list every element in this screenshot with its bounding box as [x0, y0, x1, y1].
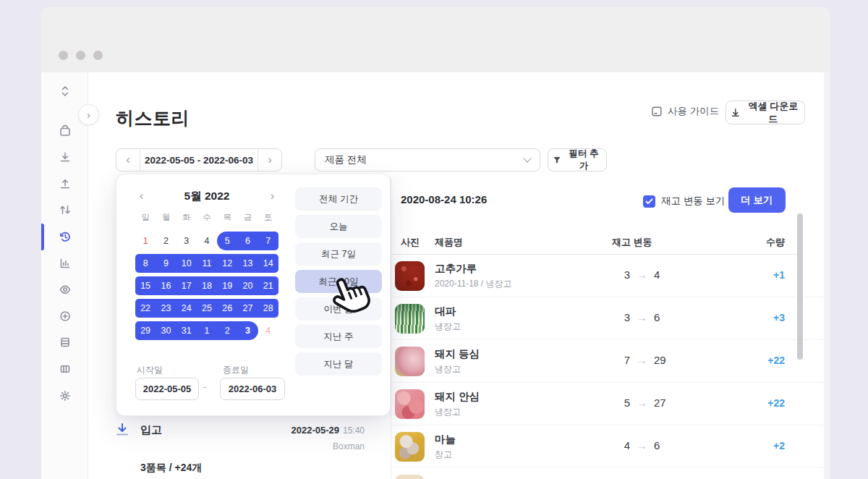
calendar-day[interactable]: 13 [237, 254, 258, 273]
calendar-day[interactable]: 9 [156, 254, 176, 273]
add-filter-button[interactable]: 필터 추가 [548, 148, 607, 171]
preset-button[interactable]: 최근 7일 [295, 242, 382, 266]
product-name: 돼지 등심 [435, 347, 480, 361]
sidebar-item-collapse[interactable] [58, 84, 72, 98]
window-control-dot[interactable] [59, 51, 68, 60]
start-date-label: 시작일 [137, 364, 163, 376]
calendar-day[interactable]: 21 [258, 276, 278, 295]
calendar-day[interactable]: 28 [258, 299, 278, 318]
calendar-day[interactable]: 19 [217, 276, 237, 295]
calendar-day[interactable]: 4 [197, 232, 217, 250]
calendar-day[interactable]: 4 [258, 321, 278, 340]
sidebar-item-view[interactable] [58, 282, 72, 297]
window-control-dot[interactable] [93, 51, 103, 60]
product-location: 냉장고 [435, 363, 461, 376]
column-name: 제품명 [435, 236, 463, 249]
calendar-day[interactable]: 7 [258, 232, 278, 250]
start-date-input[interactable]: 2022-05-05 [135, 378, 199, 400]
sidebar-item-outbound[interactable] [58, 177, 72, 191]
preset-button[interactable]: 지난 주 [295, 325, 382, 348]
sidebar-item-history[interactable] [58, 229, 72, 244]
product-location: 냉장고 [435, 406, 461, 418]
preset-button[interactable]: 최근 30일 [295, 270, 382, 293]
table-row[interactable]: 돼지 등심냉장고7→29+22 [391, 340, 830, 383]
table-scrollbar-thumb[interactable] [797, 213, 803, 360]
checkbox-checked-icon[interactable] [643, 195, 655, 208]
table-row[interactable]: 대파냉장고3→6+3 [391, 297, 830, 340]
calendar-day[interactable]: 17 [176, 276, 197, 295]
calendar-header: ‹ 5월 2022 › [135, 186, 278, 206]
calendar-day[interactable]: 11 [197, 254, 217, 273]
more-button[interactable]: 더 보기 [728, 187, 786, 213]
calendar-day[interactable]: 25 [197, 299, 217, 318]
quantity-delta: +3 [773, 312, 785, 323]
product-filter-select[interactable]: 제품 전체 [315, 148, 540, 171]
calendar-day[interactable]: 8 [135, 254, 156, 273]
stock-change: 3→4 [612, 268, 720, 281]
product-location: 창고 [435, 449, 452, 461]
preset-button[interactable]: 지난 달 [295, 352, 382, 376]
table-row[interactable]: 돼지 안심냉장고5→27+22 [391, 383, 830, 425]
arrow-right-icon: → [637, 268, 647, 281]
quantity-delta: +2 [773, 440, 785, 452]
excel-download-button[interactable]: 엑셀 다운로드 [726, 101, 805, 124]
calendar-next-month-button[interactable]: › [271, 186, 274, 206]
column-stock-change: 재고 변동 [612, 236, 652, 249]
end-date-input[interactable]: 2022-06-03 [220, 378, 285, 400]
table-row[interactable]: 고추가루2020-11-18 / 냉장고3→4+1 [391, 255, 830, 297]
calendar-day[interactable]: 23 [156, 299, 176, 318]
calendar-day[interactable]: 1 [197, 321, 217, 340]
calendar-day[interactable]: 12 [217, 254, 237, 273]
calendar-day[interactable]: 29 [135, 321, 156, 340]
calendar-day[interactable]: 1 [135, 232, 156, 250]
calendar-day[interactable]: 22 [135, 299, 156, 318]
calendar-day[interactable]: 26 [217, 299, 237, 318]
calendar-day[interactable]: 24 [176, 299, 197, 318]
calendar-day[interactable]: 10 [176, 254, 197, 273]
preset-button[interactable]: 이번 달 [295, 297, 382, 321]
product-photo [395, 432, 425, 462]
calendar-day[interactable]: 18 [197, 276, 217, 295]
calendar-month-label: 5월 2022 [135, 186, 278, 206]
main-content: 히스토리 사용 가이드 엑셀 다운로드 ‹ 2022-05-05 - 2022-… [88, 72, 830, 479]
window-control-dot[interactable] [76, 51, 85, 60]
calendar-day[interactable]: 2 [156, 232, 176, 250]
calendar-day[interactable]: 3 [176, 232, 197, 250]
calendar-day[interactable]: 27 [237, 299, 258, 318]
calendar-day[interactable]: 6 [237, 232, 258, 250]
stock-change-toggle[interactable]: 재고 변동 보기 [643, 195, 726, 208]
sidebar-expand-button[interactable]: › [78, 104, 99, 125]
calendar-day[interactable]: 3 [237, 321, 258, 340]
date-range-value[interactable]: 2022-05-05 - 2022-06-03 [140, 149, 258, 171]
calendar-day[interactable]: 30 [156, 321, 176, 340]
calendar-day[interactable]: 31 [176, 321, 197, 340]
sidebar-item-products[interactable] [58, 124, 72, 138]
filter-funnel-icon [553, 156, 561, 165]
product-photo [395, 261, 425, 291]
chevron-down-icon [523, 154, 531, 162]
range-next-button[interactable]: › [258, 149, 281, 171]
sidebar-item-stats[interactable] [58, 256, 72, 271]
preset-button[interactable]: 전체 기간 [295, 187, 382, 211]
calendar-day[interactable]: 14 [258, 254, 278, 273]
preset-button[interactable]: 오늘 [295, 215, 382, 238]
calendar-day[interactable]: 16 [156, 276, 176, 295]
guide-book-icon [651, 106, 663, 117]
table-row[interactable]: 마늘창고4→6+2 [391, 425, 830, 468]
table-row[interactable] [391, 468, 830, 479]
calendar-day[interactable]: 20 [237, 276, 258, 295]
calendar-grid: 1234567891011121314151617181920212223242… [135, 229, 278, 342]
calendar-day[interactable]: 5 [217, 232, 237, 250]
sidebar-item-board[interactable] [58, 362, 72, 376]
usage-guide-link[interactable]: 사용 가이드 [651, 105, 719, 118]
sidebar-item-settings[interactable] [58, 389, 72, 403]
calendar-day[interactable]: 15 [135, 276, 156, 295]
calendar-day[interactable]: 2 [217, 321, 237, 340]
sidebar-item-add[interactable] [58, 309, 72, 323]
sidebar-item-transfer[interactable] [58, 203, 72, 217]
history-entry[interactable]: 입고 2022-05-2915:40 Boxman 3품목 / +24개 ▸ 저… [114, 422, 365, 479]
sidebar-item-inbound[interactable] [58, 150, 72, 164]
range-prev-button[interactable]: ‹ [116, 149, 140, 171]
stock-from: 3 [612, 311, 630, 323]
sidebar-item-inventory[interactable] [58, 335, 72, 349]
